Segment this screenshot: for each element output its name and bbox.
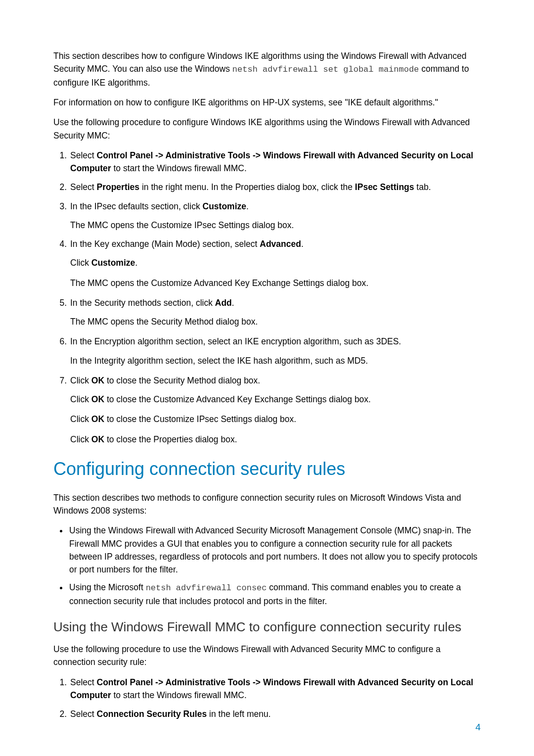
bold-text: OK (91, 414, 104, 424)
text: to close the Security Method dialog box. (104, 376, 260, 385)
bold-text: Advanced (260, 239, 301, 249)
code-text: netsh advfirewall set global mainmode (232, 65, 419, 74)
list-item: Click OK to close the Security Method di… (69, 374, 481, 446)
procedure-list-1: Select Control Panel -> Administrative T… (53, 149, 481, 446)
bold-text: OK (91, 376, 104, 385)
list-item: Select Connection Security Rules in the … (69, 708, 481, 720)
text: Click (70, 258, 91, 268)
text: to close the Properties dialog box. (104, 434, 237, 444)
bullet-list: Using the Windows Firewall with Advanced… (53, 524, 481, 608)
list-item: Using the Windows Firewall with Advanced… (68, 524, 481, 576)
text: tab. (414, 182, 431, 192)
list-item: In the Key exchange (Main Mode) section,… (69, 237, 481, 289)
subsection-heading: Using the Windows Firewall MMC to config… (53, 617, 481, 637)
text: Click (70, 376, 91, 385)
text: to close the Customize Advanced Key Exch… (104, 394, 371, 404)
text: Select (70, 182, 97, 192)
bold-text: Customize (203, 201, 246, 211)
sub-text: Click Customize. (70, 256, 481, 269)
sub-text: Click OK to close the Properties dialog … (70, 433, 481, 446)
sub-text: The MMC opens the Customize Advanced Key… (70, 277, 481, 289)
bold-text: OK (91, 434, 104, 444)
list-item: In the Encryption algorithm section, sel… (69, 335, 481, 367)
list-item: In the IPsec defaults section, click Cus… (69, 200, 481, 232)
page-number: 4 (475, 720, 481, 735)
sub-text: The MMC opens the Customize IPsec Settin… (70, 219, 481, 232)
text: In the IPsec defaults section, click (70, 201, 203, 211)
list-item: Select Properties in the right menu. In … (69, 181, 481, 193)
text: to close the Customize IPsec Settings di… (104, 414, 296, 424)
intro-paragraph-1: This section describes how to configure … (53, 49, 481, 89)
text: . (135, 258, 137, 268)
sub-text: The MMC opens the Security Method dialog… (70, 315, 481, 328)
list-item: Using the Microsoft netsh advfirewall co… (68, 581, 481, 608)
bold-text: OK (91, 394, 104, 404)
section-heading: Configuring connection security rules (53, 456, 481, 482)
text: to start the Windows firewall MMC. (111, 163, 247, 173)
page-content: This section describes how to configure … (53, 49, 481, 736)
bold-text: IPsec Settings (355, 182, 414, 192)
text: Click (70, 414, 91, 424)
sub-text: In the Integrity algorithm section, sele… (70, 354, 481, 367)
text: to start the Windows firewall MMC. (111, 690, 247, 700)
text: Select (70, 677, 97, 687)
text: Click (70, 394, 91, 404)
bold-text: Connection Security Rules (97, 709, 207, 719)
text: Select (70, 709, 97, 719)
text: in the left menu. (207, 709, 270, 719)
text: In the Key exchange (Main Mode) section,… (70, 239, 260, 249)
bold-text: Add (215, 298, 232, 308)
text: . (232, 298, 234, 308)
paragraph: Use the following procedure to use the W… (53, 643, 481, 669)
text: In the Security methods section, click (70, 298, 215, 308)
text: Click (70, 434, 91, 444)
list-item: Select Control Panel -> Administrative T… (69, 676, 481, 702)
bold-text: Properties (97, 182, 140, 192)
text: in the right menu. In the Properties dia… (139, 182, 355, 192)
text: . (301, 239, 304, 249)
text: Using the Microsoft (69, 582, 146, 592)
sub-text: Click OK to close the Customize IPsec Se… (70, 413, 481, 425)
intro-paragraph-3: Use the following procedure to configure… (53, 116, 481, 142)
list-item: Select Control Panel -> Administrative T… (69, 149, 481, 175)
intro-paragraph-2: For information on how to configure IKE … (53, 96, 481, 109)
bold-text: Customize (91, 258, 135, 268)
sub-text: Click OK to close the Customize Advanced… (70, 393, 481, 406)
text: . (246, 201, 249, 211)
text: In the Encryption algorithm section, sel… (70, 336, 401, 346)
text: Select (70, 150, 97, 160)
code-text: netsh advfirewall consec (146, 583, 267, 593)
list-item: In the Security methods section, click A… (69, 296, 481, 329)
procedure-list-2: Select Control Panel -> Administrative T… (53, 676, 481, 721)
paragraph: This section describes two methods to co… (53, 491, 481, 518)
